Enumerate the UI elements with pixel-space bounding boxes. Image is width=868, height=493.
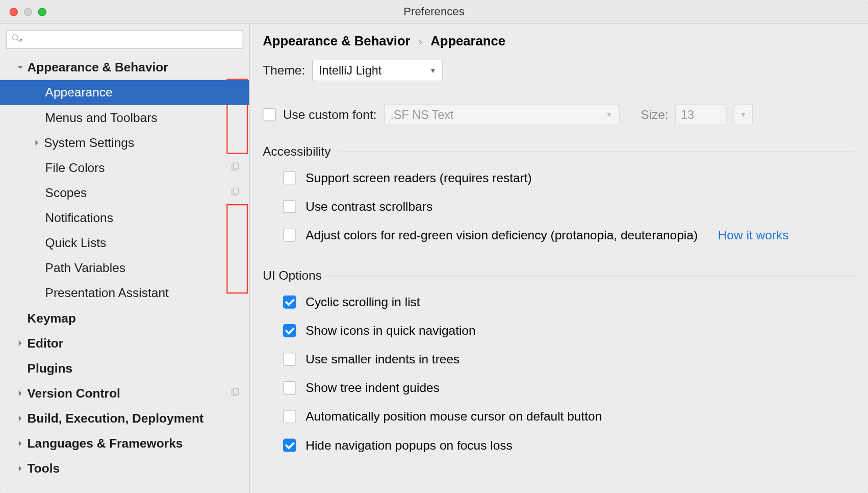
chevron-right-icon bbox=[13, 440, 28, 447]
project-level-icon bbox=[230, 161, 240, 175]
tree-item-label: System Settings bbox=[44, 135, 249, 150]
accessibility-checkbox[interactable] bbox=[283, 200, 296, 213]
ui-option-row: Hide navigation popups on focus loss bbox=[263, 431, 855, 459]
tree-item[interactable]: Menus and Toolbars bbox=[0, 105, 249, 130]
ui-option-checkbox[interactable] bbox=[283, 439, 296, 452]
tree-item-label: Appearance bbox=[45, 85, 249, 100]
ui-option-label: Automatically position mouse cursor on d… bbox=[305, 409, 602, 424]
content-pane: Appearance & Behavior › Appearance Theme… bbox=[250, 24, 868, 493]
how-it-works-link[interactable]: How it works bbox=[718, 228, 789, 242]
accessibility-row: Adjust colors for red-green vision defic… bbox=[263, 221, 855, 250]
ui-option-checkbox[interactable] bbox=[283, 381, 296, 395]
font-size-dropdown[interactable]: ▼ bbox=[734, 104, 753, 125]
ui-option-row: Show tree indent guides bbox=[263, 374, 855, 402]
theme-value: IntelliJ Light bbox=[319, 64, 381, 78]
tree-item[interactable]: Notifications bbox=[0, 205, 249, 230]
font-row: Use custom font: .SF NS Text ▼ Size: 13 … bbox=[263, 104, 855, 125]
font-select[interactable]: .SF NS Text ▼ bbox=[384, 104, 620, 125]
chevron-right-icon bbox=[13, 390, 28, 397]
minimize-window-button[interactable] bbox=[24, 8, 32, 16]
font-size-input[interactable]: 13 bbox=[676, 104, 727, 125]
accessibility-label: Support screen readers (requires restart… bbox=[305, 170, 532, 185]
tree-item[interactable]: Languages & Frameworks bbox=[0, 431, 249, 456]
accessibility-label: Use contrast scrollbars bbox=[305, 200, 432, 214]
tree-item-label: Appearance & Behavior bbox=[28, 60, 249, 75]
tree-item[interactable]: Version Control bbox=[0, 381, 249, 406]
tree-item-label: Version Control bbox=[28, 386, 231, 401]
accessibility-label: Adjust colors for red-green vision defic… bbox=[305, 228, 698, 242]
window-title: Preferences bbox=[403, 5, 464, 18]
tree-item[interactable]: Presentation Assistant bbox=[0, 281, 249, 306]
tree-item[interactable]: Path Variables bbox=[0, 256, 249, 281]
ui-option-checkbox[interactable] bbox=[283, 324, 296, 337]
ui-options-section: UI Options bbox=[263, 268, 855, 283]
chevron-down-icon: ▼ bbox=[740, 110, 747, 118]
zoom-window-button[interactable] bbox=[38, 8, 46, 16]
accessibility-checkbox[interactable] bbox=[283, 229, 296, 242]
breadcrumb-root[interactable]: Appearance & Behavior bbox=[263, 33, 410, 48]
search-input-wrap[interactable]: ▾ bbox=[6, 30, 243, 48]
tree-item[interactable]: Quick Lists bbox=[0, 230, 249, 255]
font-value: .SF NS Text bbox=[390, 108, 453, 121]
tree-item-label: Notifications bbox=[45, 211, 249, 225]
ui-option-checkbox[interactable] bbox=[283, 295, 296, 309]
tree-item[interactable]: System Settings bbox=[0, 130, 249, 155]
ui-option-label: Cyclic scrolling in list bbox=[305, 295, 420, 309]
breadcrumb-separator-icon: › bbox=[419, 35, 422, 47]
svg-line-1 bbox=[17, 39, 19, 41]
tree-item[interactable]: Build, Execution, Deployment bbox=[0, 406, 249, 431]
ui-option-row: Cyclic scrolling in list bbox=[263, 288, 855, 316]
tree-item[interactable]: Plugins bbox=[0, 356, 249, 381]
divider bbox=[330, 276, 855, 276]
project-level-icon bbox=[230, 186, 240, 200]
tree-item-label: Quick Lists bbox=[45, 236, 249, 250]
tree-item[interactable]: Editor bbox=[0, 331, 249, 356]
project-level-icon bbox=[230, 386, 240, 401]
use-custom-font-label: Use custom font: bbox=[283, 108, 377, 122]
tree-item-label: Languages & Frameworks bbox=[28, 436, 249, 451]
chevron-down-icon: ▼ bbox=[606, 110, 613, 118]
svg-rect-5 bbox=[234, 188, 238, 194]
chevron-down-icon: ▼ bbox=[429, 66, 437, 75]
ui-option-row: Use smaller indents in trees bbox=[263, 345, 855, 374]
ui-option-label: Use smaller indents in trees bbox=[305, 352, 459, 366]
ui-option-row: Automatically position mouse cursor on d… bbox=[263, 402, 855, 431]
ui-option-row: Show icons in quick navigation bbox=[263, 316, 855, 345]
breadcrumb: Appearance & Behavior › Appearance bbox=[263, 33, 855, 48]
traffic-lights bbox=[10, 8, 46, 16]
ui-option-checkbox[interactable] bbox=[283, 353, 296, 366]
tree-item[interactable]: File Colors bbox=[0, 155, 249, 180]
ui-option-label: Show icons in quick navigation bbox=[305, 324, 475, 338]
tree-item-label: Build, Execution, Deployment bbox=[28, 411, 249, 426]
tree-item[interactable]: Keymap bbox=[0, 306, 249, 331]
ui-option-checkbox[interactable] bbox=[283, 410, 296, 423]
search-input[interactable] bbox=[22, 34, 242, 45]
tree-item-label: Keymap bbox=[28, 311, 249, 325]
accessibility-title: Accessibility bbox=[263, 144, 330, 159]
chevron-right-icon bbox=[30, 139, 44, 146]
tree-item-label: Editor bbox=[28, 336, 249, 350]
window-body: ▾ Appearance & BehaviorAppearanceMenus a… bbox=[0, 24, 868, 493]
accessibility-checkbox[interactable] bbox=[283, 171, 296, 185]
theme-select[interactable]: IntelliJ Light ▼ bbox=[312, 60, 443, 81]
svg-point-0 bbox=[12, 35, 17, 40]
use-custom-font-checkbox[interactable] bbox=[263, 108, 276, 121]
preferences-window: Preferences ▾ Appearance & BehaviorAppea… bbox=[0, 0, 868, 493]
tree-item[interactable]: Scopes bbox=[0, 180, 249, 205]
divider bbox=[339, 151, 855, 152]
tree-item[interactable]: Appearance bbox=[0, 80, 249, 105]
theme-label: Theme: bbox=[263, 63, 305, 78]
tree-item-label: Path Variables bbox=[45, 261, 249, 275]
search-icon bbox=[11, 33, 21, 45]
tree-item-label: Menus and Toolbars bbox=[45, 110, 249, 125]
tree-item-label: Presentation Assistant bbox=[45, 286, 249, 300]
font-size-value: 13 bbox=[681, 108, 694, 121]
accessibility-section: Accessibility bbox=[263, 144, 855, 159]
chevron-right-icon bbox=[13, 339, 28, 347]
chevron-down-icon bbox=[13, 64, 28, 71]
ui-option-label: Show tree indent guides bbox=[305, 381, 440, 395]
tree-item[interactable]: Appearance & Behavior bbox=[0, 55, 249, 80]
tree-item-label: Plugins bbox=[28, 361, 249, 376]
close-window-button[interactable] bbox=[10, 8, 18, 16]
tree-item[interactable]: Tools bbox=[0, 456, 249, 481]
